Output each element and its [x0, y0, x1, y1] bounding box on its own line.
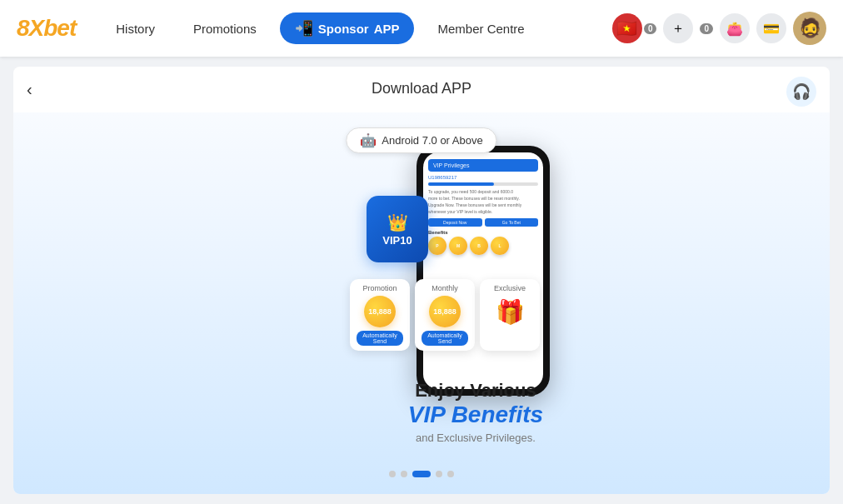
- vip-card: 👑 VIP10: [367, 196, 428, 262]
- dot-1[interactable]: [389, 471, 396, 477]
- header-right: 🇻🇳 0 ＋ 0 👛 💳 🧔: [612, 12, 826, 45]
- dot-3-active[interactable]: [412, 471, 431, 477]
- android-badge: 🤖 Android 7.0 or Above: [346, 127, 496, 153]
- vip-benefits-text: VIP Benefits: [408, 402, 543, 428]
- notification-row: 🇻🇳 0: [612, 13, 657, 43]
- dot-2[interactable]: [401, 471, 407, 477]
- android-icon: 🤖: [360, 132, 377, 148]
- pagination-dots: [389, 471, 454, 477]
- enjoy-text: Enjoy Various: [408, 380, 543, 402]
- phone-coin-4: L: [491, 237, 509, 255]
- promotion-card: Promotion 18,888 Automatically Send: [350, 279, 410, 351]
- small-count-badge: 0: [700, 23, 713, 34]
- card-button[interactable]: 💳: [756, 13, 786, 43]
- plus-icon: ＋: [671, 20, 685, 37]
- avatar-icon: 🧔: [799, 17, 821, 39]
- exclusive-card: Exclusive 🎁: [480, 279, 540, 351]
- phone-progress-fill: [428, 182, 494, 186]
- vip-label: VIP10: [382, 234, 412, 247]
- header: 8Xbet History Promotions 📲 Sponsor APP M…: [0, 0, 843, 57]
- add-button[interactable]: ＋: [663, 13, 693, 43]
- headset-icon: 🎧: [792, 82, 811, 101]
- phone-coin-2: M: [449, 237, 467, 255]
- exclusive-card-title: Exclusive: [486, 284, 533, 292]
- logo-text: 8Xbet: [17, 15, 76, 41]
- app-icon: 📲: [295, 19, 313, 37]
- phone-coins-row: P M B L: [428, 237, 538, 255]
- phone-benefits-label: Benefits: [428, 230, 538, 235]
- phone-header-bar: VIP Privileges: [428, 159, 538, 172]
- monthly-card: Monthly 18,888 Automatically Send: [415, 279, 475, 351]
- gift-icon: 🎁: [494, 296, 526, 327]
- dot-5[interactable]: [447, 471, 454, 477]
- flag-badge[interactable]: 🇻🇳: [612, 13, 642, 43]
- phone-progress-bar: [428, 182, 538, 186]
- promotion-card-title: Promotion: [357, 284, 403, 292]
- phone-mockup: VIP Privileges U198659217 To upgrade, yo…: [417, 146, 550, 396]
- nav-history[interactable]: History: [101, 15, 170, 42]
- nav-promotions[interactable]: Promotions: [178, 15, 272, 42]
- sponsor-label: Sponsor: [318, 22, 369, 36]
- phone-coin-1: P: [428, 237, 446, 255]
- phone-screen: VIP Privileges U198659217 To upgrade, yo…: [423, 152, 543, 389]
- vip-crown-icon: 👑: [387, 212, 408, 232]
- monthly-card-title: Monthly: [422, 284, 468, 292]
- phone-button-row: Deposit Now Go To Bet: [428, 218, 538, 227]
- phone-coin-3: B: [470, 237, 488, 255]
- hero-text: Enjoy Various VIP Benefits and Exclusive…: [408, 380, 543, 444]
- vietnam-flag-icon: 🇻🇳: [616, 18, 637, 38]
- phone-username: U198659217: [428, 175, 538, 180]
- sponsor-app-button[interactable]: 📲 Sponsor APP: [280, 12, 415, 44]
- page-title: Download APP: [372, 80, 471, 97]
- phone-goto-btn: Go To Bet: [485, 218, 539, 227]
- logo[interactable]: 8Xbet: [17, 15, 76, 42]
- main-content: ‹ Download APP 🎧 🤖 Android 7.0 or Above …: [13, 67, 830, 494]
- exclusive-privileges-text: and Exclusive Privileges.: [408, 432, 543, 444]
- back-button[interactable]: ‹: [27, 80, 32, 99]
- phone-screen-content: VIP Privileges U198659217 To upgrade, yo…: [423, 152, 543, 262]
- support-button[interactable]: 🎧: [786, 77, 816, 107]
- navigation: History Promotions 📲 Sponsor APP Member …: [101, 12, 612, 44]
- card-icon: 💳: [763, 21, 780, 37]
- app-label: APP: [374, 22, 400, 36]
- dot-4[interactable]: [436, 471, 442, 477]
- promotion-auto-badge: Automatically Send: [357, 331, 403, 346]
- promotion-coin: 18,888: [364, 296, 396, 327]
- bottom-cards: Promotion 18,888 Automatically Send Mont…: [350, 279, 540, 351]
- wallet-icon: 👛: [726, 21, 743, 37]
- hero-section: 🤖 Android 7.0 or Above VIP Privileges U1…: [13, 112, 830, 494]
- phone-deposit-btn: Deposit Now: [428, 218, 482, 227]
- nav-member-centre[interactable]: Member Centre: [422, 15, 539, 42]
- monthly-coin: 18,888: [429, 296, 461, 327]
- monthly-auto-badge: Automatically Send: [422, 331, 468, 346]
- notification-count: 0: [644, 23, 657, 34]
- phone-vip-label: VIP Privileges: [433, 162, 469, 168]
- android-badge-text: Android 7.0 or Above: [382, 134, 482, 147]
- phone-description-text: To upgrade, you need 500 deposit and 600…: [428, 188, 538, 215]
- avatar-button[interactable]: 🧔: [793, 12, 826, 45]
- wallet-button[interactable]: 👛: [720, 13, 750, 43]
